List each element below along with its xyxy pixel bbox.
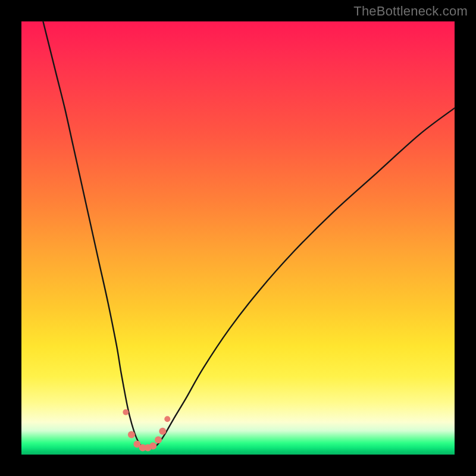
highlight-marker	[159, 428, 166, 435]
highlight-marker	[149, 442, 156, 449]
highlight-marker	[128, 431, 135, 439]
watermark-text: TheBottleneck.com	[353, 4, 468, 19]
highlight-marker	[123, 409, 129, 415]
bottleneck-curve	[43, 21, 455, 449]
highlight-marker	[164, 416, 170, 422]
plot-area	[21, 21, 455, 455]
highlight-marker	[155, 436, 162, 443]
chart-frame: TheBottleneck.com	[0, 0, 476, 476]
curve-svg	[21, 21, 455, 455]
